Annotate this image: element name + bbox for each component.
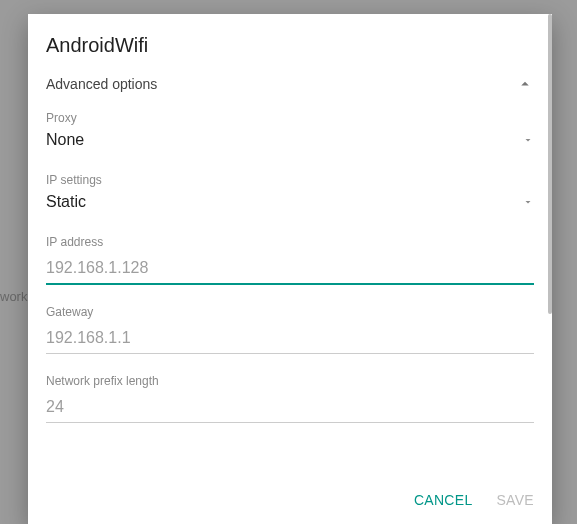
ip-settings-value: Static xyxy=(46,193,86,211)
dialog-body: AndroidWifi Advanced options Proxy None … xyxy=(28,14,552,476)
proxy-select[interactable]: None xyxy=(46,131,534,149)
caret-down-icon xyxy=(522,134,534,146)
cancel-button[interactable]: Cancel xyxy=(414,492,473,508)
advanced-options-toggle[interactable]: Advanced options xyxy=(46,75,534,93)
ip-settings-section: IP settings Static xyxy=(46,173,534,211)
dialog-actions: Cancel Save xyxy=(28,476,552,524)
save-button: Save xyxy=(496,492,534,508)
prefix-length-label: Network prefix length xyxy=(46,374,534,388)
gateway-section: Gateway xyxy=(46,305,534,354)
proxy-value: None xyxy=(46,131,84,149)
wifi-config-dialog: AndroidWifi Advanced options Proxy None … xyxy=(28,14,552,524)
prefix-length-input[interactable] xyxy=(46,394,534,423)
caret-down-icon xyxy=(522,196,534,208)
prefix-length-section: Network prefix length xyxy=(46,374,534,423)
dialog-title: AndroidWifi xyxy=(46,34,534,57)
ip-address-input[interactable] xyxy=(46,255,534,285)
chevron-up-icon xyxy=(516,75,534,93)
ip-address-label: IP address xyxy=(46,235,534,249)
scrollbar[interactable] xyxy=(548,14,552,314)
gateway-label: Gateway xyxy=(46,305,534,319)
gateway-input[interactable] xyxy=(46,325,534,354)
ip-settings-select[interactable]: Static xyxy=(46,193,534,211)
proxy-label: Proxy xyxy=(46,111,534,125)
ip-settings-label: IP settings xyxy=(46,173,534,187)
advanced-options-label: Advanced options xyxy=(46,76,157,92)
proxy-section: Proxy None xyxy=(46,111,534,149)
ip-address-section: IP address xyxy=(46,235,534,285)
